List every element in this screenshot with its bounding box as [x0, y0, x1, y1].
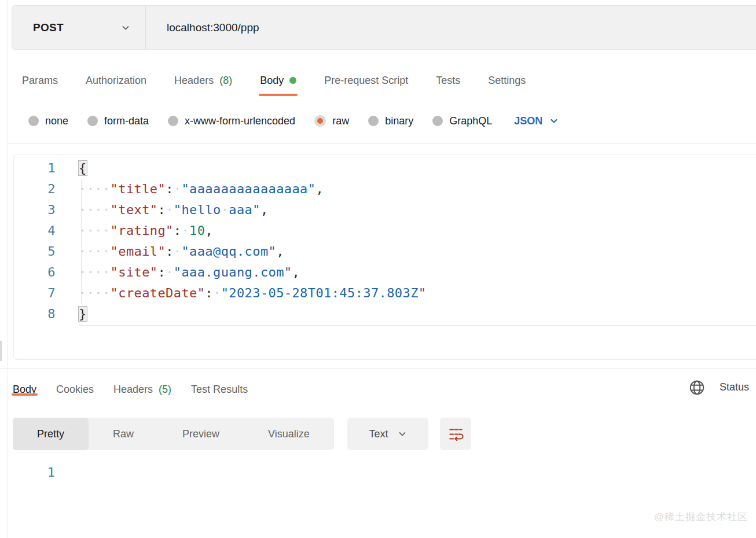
code-text: ····"title":·"aaaaaaaaaaaaaaa",	[79, 179, 324, 200]
token-str: "2023-05-28T01:45:37.803Z"	[221, 286, 427, 300]
code-text: ····"site":·"aaa.guang.com",	[79, 262, 300, 283]
section-divider	[0, 368, 756, 369]
response-tab-headers[interactable]: Headers(5)	[113, 384, 171, 396]
token-str: "aaaaaaaaaaaaaaa"	[181, 182, 315, 196]
tab-label: Settings	[488, 75, 526, 87]
tab-label: Test Results	[191, 384, 248, 396]
radio-unselected-icon	[368, 116, 379, 126]
whitespace-dots: ····	[79, 182, 111, 196]
request-body-editor[interactable]: 1{2····"title":·"aaaaaaaaaaaaaaa",3····"…	[13, 154, 756, 360]
code-text: ····"email":·"aaa@qq.com",	[79, 241, 284, 262]
response-tab-cookies[interactable]: Cookies	[56, 384, 94, 396]
response-format-dropdown[interactable]: Text	[347, 418, 428, 450]
body-mode-label: none	[45, 115, 68, 127]
line-number: 6	[14, 262, 56, 283]
token-str: "aaa.guang.com"	[174, 265, 292, 279]
code-text: ····"text":·"hello·aaa",	[79, 200, 269, 220]
line-number: 2	[14, 179, 56, 200]
globe-icon[interactable]	[688, 379, 706, 396]
token-p: :	[166, 244, 174, 259]
editor-line: 7····"createDate":·"2023-05-28T01:45:37.…	[14, 283, 756, 304]
body-mode-label: raw	[332, 115, 349, 127]
view-pretty[interactable]: Pretty	[13, 418, 89, 450]
token-key: "createDate"	[111, 286, 205, 300]
body-mode-label: form-data	[104, 115, 149, 127]
token-p: :	[166, 182, 174, 196]
editor-line: 2····"title":·"aaaaaaaaaaaaaaa",	[14, 179, 756, 200]
tab-label: Headers	[174, 75, 214, 87]
whitespace-dots: ·	[174, 182, 182, 196]
wrap-text-button[interactable]	[440, 418, 471, 450]
response-format-label: Text	[369, 428, 388, 440]
body-mode-raw[interactable]: raw	[314, 115, 349, 127]
url-input[interactable]: localhost:3000/ppp	[146, 6, 756, 49]
view-raw[interactable]: Raw	[89, 418, 158, 450]
token-str: aaa"	[229, 202, 260, 217]
whitespace-dots: ·	[166, 202, 174, 217]
token-p: ,	[205, 223, 213, 238]
token-p: :	[157, 265, 166, 279]
token-p: :	[174, 223, 182, 238]
line-number: 4	[14, 220, 56, 241]
response-tab-body[interactable]: Body	[13, 384, 36, 396]
body-mode-form-data[interactable]: form-data	[87, 115, 149, 127]
request-tab-pre-request-script[interactable]: Pre-request Script	[324, 65, 408, 96]
token-key: "rating"	[111, 223, 174, 238]
whitespace-dots: ·	[221, 202, 229, 217]
line-number: 5	[14, 241, 56, 262]
request-tab-params[interactable]: Params	[22, 65, 58, 96]
view-visualize[interactable]: Visualize	[244, 418, 334, 450]
unsaved-dot-icon	[289, 77, 296, 84]
body-mode-x-www-form-urlencoded[interactable]: x-www-form-urlencoded	[168, 115, 295, 127]
line-number: 1	[14, 158, 56, 179]
chevron-down-icon	[398, 429, 407, 438]
tab-label: Tests	[436, 75, 460, 87]
body-mode-none[interactable]: none	[28, 115, 68, 127]
tab-label: Body	[260, 75, 284, 87]
editor-line: 4····"rating":·10,	[14, 220, 756, 241]
token-str: "aaa@qq.com"	[181, 244, 276, 259]
token-brace: }	[78, 306, 87, 322]
scrollbar-fragment[interactable]	[0, 341, 2, 361]
editor-lines: 1{2····"title":·"aaaaaaaaaaaaaaa",3····"…	[14, 158, 756, 325]
radio-unselected-icon	[87, 116, 98, 126]
whitespace-dots: ····	[79, 265, 111, 279]
code-text: }	[79, 304, 87, 325]
current-line-border	[79, 325, 756, 326]
editor-line: 6····"site":·"aaa.guang.com",	[14, 262, 756, 283]
response-tab-test-results[interactable]: Test Results	[191, 384, 248, 396]
token-p: ,	[292, 265, 300, 279]
body-mode-binary[interactable]: binary	[368, 115, 413, 127]
whitespace-dots: ·	[174, 244, 182, 259]
request-tab-body[interactable]: Body	[260, 65, 296, 96]
request-tab-tests[interactable]: Tests	[436, 65, 460, 96]
tab-label: Authorization	[86, 75, 146, 87]
url-text: localhost:3000/ppp	[167, 21, 259, 34]
chevron-down-icon	[121, 23, 130, 32]
body-mode-label: x-www-form-urlencoded	[185, 115, 295, 127]
request-url-bar: POST localhost:3000/ppp	[12, 5, 756, 50]
whitespace-dots: ·	[213, 286, 221, 300]
request-tab-headers[interactable]: Headers(8)	[174, 65, 232, 96]
token-key: "email"	[111, 244, 166, 259]
whitespace-dots: ····	[79, 244, 111, 259]
body-mode-graphql[interactable]: GraphQL	[432, 115, 492, 127]
view-preview[interactable]: Preview	[158, 418, 244, 450]
token-num: 10	[189, 223, 205, 238]
radio-unselected-icon	[28, 116, 39, 126]
tab-count: (5)	[159, 384, 171, 396]
section-divider	[8, 143, 756, 144]
watermark-text: @稀土掘金技术社区	[654, 510, 748, 524]
chevron-down-icon	[549, 116, 559, 126]
body-language-dropdown[interactable]: JSON	[514, 115, 559, 127]
token-key: "title"	[111, 182, 166, 196]
request-tab-authorization[interactable]: Authorization	[86, 65, 146, 96]
method-selector[interactable]: POST	[12, 6, 145, 49]
request-tab-settings[interactable]: Settings	[488, 65, 526, 96]
radio-unselected-icon	[168, 116, 178, 126]
active-tab-underline	[12, 393, 38, 396]
wrap-text-icon	[448, 426, 464, 442]
status-label: Status	[720, 381, 749, 393]
panel-left-border	[8, 0, 8, 538]
whitespace-dots: ····	[79, 202, 111, 217]
